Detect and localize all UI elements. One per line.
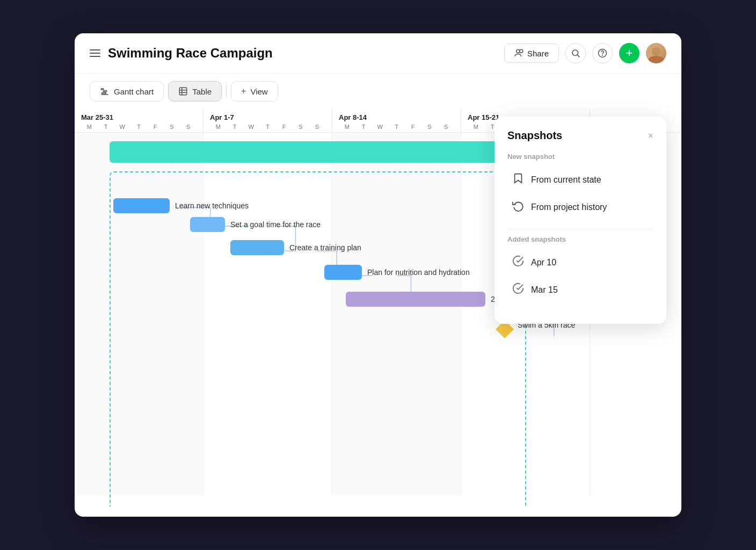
from-history-label: From project history: [531, 202, 607, 212]
avatar-image: [646, 43, 666, 63]
from-current-state-label: From current state: [531, 175, 601, 185]
table-label: Table: [192, 87, 212, 96]
snapshots-title: Snapshots: [507, 129, 562, 142]
share-icon: [514, 48, 524, 58]
app-title: Swimming Race Campaign: [108, 46, 273, 61]
task-item-4[interactable]: Plan for nutrition and hydration: [324, 265, 470, 280]
week-col-1: Mar 25-31 M T W T F S S: [75, 109, 203, 132]
snapshots-divider: [507, 228, 653, 229]
view-label: View: [250, 87, 267, 96]
table-icon: [178, 86, 188, 96]
search-button[interactable]: [565, 43, 586, 63]
day-f: F: [147, 124, 164, 130]
day-w: W: [114, 124, 130, 130]
svg-point-2: [572, 50, 578, 56]
day-t2: T: [130, 124, 147, 130]
header-right: Share +: [504, 43, 666, 63]
history-icon: [512, 200, 525, 214]
day-t: T: [98, 124, 114, 130]
from-project-history-item[interactable]: From project history: [507, 194, 653, 220]
task-item-2[interactable]: Set a goal time for the race: [190, 217, 321, 232]
svg-point-1: [520, 49, 523, 53]
task-label-2: Set a goal time for the race: [230, 220, 321, 229]
task-label-3: Create a training plan: [289, 243, 361, 252]
task-bar-3: [230, 240, 284, 255]
week-label-1: Mar 25-31: [81, 113, 197, 121]
svg-rect-8: [102, 92, 106, 93]
snapshots-close-button[interactable]: ×: [648, 131, 653, 141]
search-icon: [571, 48, 580, 58]
snapshot-apr10-label: Apr 10: [531, 258, 556, 267]
task-label-1: Learn new techniques: [175, 201, 249, 210]
day-labels-2: M T W T F S S: [210, 124, 325, 130]
view-plus-icon: +: [241, 86, 246, 96]
task-item-3[interactable]: Create a training plan: [230, 240, 361, 255]
task-bar-1: [113, 198, 170, 213]
check-icon-apr10: [512, 255, 525, 270]
gantt-chart-button[interactable]: Gantt chart: [90, 81, 164, 102]
new-snapshot-label: New snapshot: [507, 153, 653, 161]
avatar[interactable]: [646, 43, 666, 63]
table-button[interactable]: Table: [168, 81, 222, 102]
added-snapshots-label: Added snapshots: [507, 235, 653, 243]
header-left: Swimming Race Campaign: [90, 46, 273, 61]
week-label-2: Apr 1-7: [210, 113, 325, 121]
app-window: Swimming Race Campaign Share: [75, 33, 681, 517]
task-bar-root[interactable]: [110, 141, 518, 163]
check-icon-mar15: [512, 283, 525, 297]
add-icon: +: [626, 47, 633, 59]
help-button[interactable]: [592, 43, 613, 63]
snapshot-mar15-label: Mar 15: [531, 285, 558, 295]
task-label-4: Plan for nutrition and hydration: [367, 268, 470, 277]
snapshot-mar15-item[interactable]: Mar 15: [507, 277, 653, 302]
svg-rect-7: [104, 91, 107, 92]
day-m: M: [81, 124, 98, 130]
week-col-2: Apr 1-7 M T W T F S S: [203, 109, 332, 132]
svg-point-0: [517, 49, 520, 53]
svg-point-5: [602, 55, 603, 55]
snapshots-panel: Snapshots × New snapshot From current st…: [495, 117, 666, 324]
task-bar-4: [324, 265, 362, 280]
bookmark-icon: [512, 172, 525, 187]
toolbar-divider: [226, 85, 227, 98]
day-s: S: [164, 124, 180, 130]
help-icon: [598, 48, 607, 58]
share-label: Share: [527, 49, 549, 58]
add-button[interactable]: +: [619, 43, 639, 63]
header: Swimming Race Campaign Share: [75, 33, 681, 74]
day-labels-1: M T W T F S S: [81, 124, 197, 130]
view-button[interactable]: + View: [231, 81, 278, 102]
menu-icon[interactable]: [90, 49, 100, 57]
task-item-1[interactable]: Learn new techniques: [113, 198, 249, 213]
snapshots-header: Snapshots ×: [507, 129, 653, 142]
task-bar-5: [346, 292, 485, 307]
day-s2: S: [180, 124, 197, 130]
gantt-label: Gantt chart: [114, 87, 154, 96]
svg-line-3: [577, 55, 579, 57]
snapshot-apr10-item[interactable]: Apr 10: [507, 250, 653, 275]
day-labels-3: M T W T F S S: [339, 124, 454, 130]
share-button[interactable]: Share: [504, 44, 559, 63]
task-bar-2: [190, 217, 225, 232]
from-current-state-item[interactable]: From current state: [507, 167, 653, 192]
added-snapshots-section: Added snapshots Apr 10 Mar 15: [507, 235, 653, 302]
gantt-icon: [100, 86, 110, 96]
week-col-3: Apr 8-14 M T W T F S S: [332, 109, 461, 132]
svg-rect-10: [179, 88, 187, 95]
new-snapshot-section: New snapshot From current state From pro…: [507, 153, 653, 220]
toolbar: Gantt chart Table + View: [75, 74, 681, 109]
week-label-3: Apr 8-14: [339, 113, 454, 121]
svg-rect-6: [101, 89, 104, 90]
